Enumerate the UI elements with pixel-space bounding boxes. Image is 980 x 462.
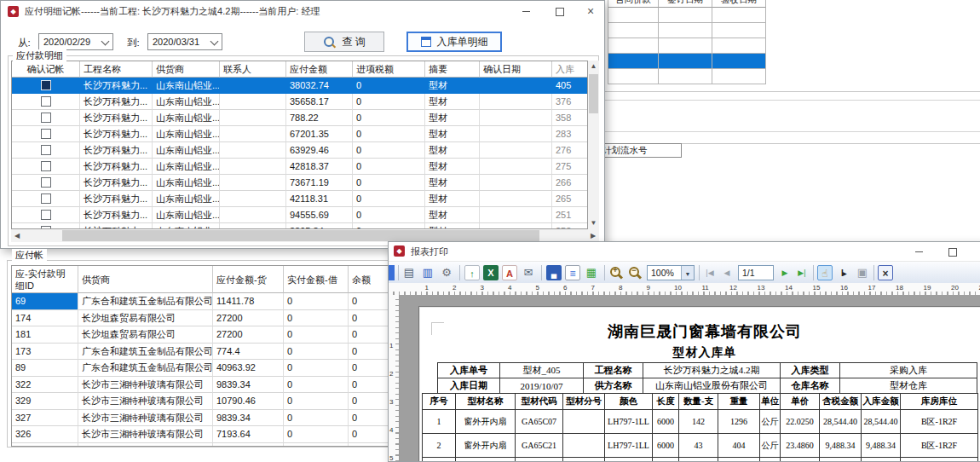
table-row[interactable]: 173广东合和建筑五金制品有限公司774.400 [12,344,389,361]
nav-last-button[interactable]: ▶| [794,265,810,280]
table-row[interactable]: 长沙万科魅力...山东南山铝业...788.220型材358 [12,110,587,126]
column-header[interactable]: 入库 [552,61,587,78]
book-icon[interactable] [420,265,435,280]
zoom-select[interactable]: 100% [647,265,695,280]
table-row[interactable]: 长沙万科魅力...山东南山铝业...63929.460型材276 [12,142,587,159]
column-header[interactable]: 工程名称 [80,61,153,78]
horizontal-scrollbar[interactable]: ◀ ▶ [11,229,599,242]
cell: 型材 [425,78,480,94]
column-header[interactable]: 供货商 [153,61,220,78]
confirm-checkbox[interactable] [41,210,51,220]
table-row[interactable]: 长沙万科魅力...山东南山铝业...73671.190型材266 [12,175,587,191]
text-select-button[interactable] [836,265,851,280]
table-row[interactable]: 长沙万科魅力...山东南山铝业...38032.740型材405 [12,78,587,94]
cell [12,207,80,223]
cell [480,175,552,191]
mail-icon[interactable] [521,265,536,280]
column-header[interactable]: 供货商 [78,266,213,293]
column-header[interactable]: 余额 [349,266,389,293]
confirm-checkbox[interactable] [41,177,51,188]
close-button[interactable]: × [577,1,604,21]
column-header[interactable]: 确认日期 [480,61,552,78]
tools-icon[interactable] [439,265,454,280]
column-header[interactable]: 实付金额-借 [284,266,349,293]
from-date-select[interactable]: 2020/02/29 [38,33,113,50]
print-icon[interactable] [401,265,417,280]
scroll-down-icon[interactable]: ▼ [588,217,599,229]
report-icon[interactable] [389,265,395,280]
pdf-icon[interactable] [502,265,517,280]
maximize-button[interactable] [546,1,574,21]
scrollbar-thumb[interactable] [589,74,598,113]
cell [480,78,552,94]
screen: 合同价款签订日期验收日期 计划流水号 应付帐 应-实付款明细ID供货商应付金额-… [0,0,980,462]
cell: 窗外开内扇 [456,410,516,434]
page-indicator-input[interactable]: 1/1 [738,265,774,280]
cell: LH797-1LL [605,434,653,458]
scrollbar-thumb[interactable] [62,230,539,241]
chevron-down-icon [681,266,694,280]
confirm-checkbox[interactable] [41,80,51,90]
table-row[interactable]: 326长沙市三湘特种玻璃有限公司7193.6400 [12,426,389,443]
column-header[interactable]: 确认记帐 [12,61,80,78]
column-header[interactable]: 应-实付款明细ID [12,266,78,293]
ruler-number: 7 [591,284,595,292]
confirm-checkbox[interactable] [41,161,51,171]
ruler-number: 15 [813,284,821,292]
confirm-checkbox[interactable] [41,129,51,139]
scroll-right-icon[interactable]: ▶ [587,229,599,242]
close-preview-button[interactable] [878,265,893,280]
close-button[interactable]: × [973,242,980,261]
save-icon[interactable] [546,265,562,280]
table-row[interactable]: 174长沙坦森贸易有限公司2720000 [12,310,389,327]
scroll-left-icon[interactable]: ◀ [11,229,23,242]
to-date-select[interactable]: 2020/03/31 [147,33,222,50]
table-row[interactable]: 长沙市三湘特种玻璃有限公司00 [12,443,389,448]
confirm-checkbox[interactable] [41,113,51,123]
confirm-checkbox[interactable] [41,96,51,107]
column-header[interactable]: 应付金额 [286,61,353,78]
document-icon[interactable] [565,265,580,280]
cell: 7193.64 [213,426,284,443]
minimize-button[interactable] [512,1,539,21]
nav-prev-button[interactable]: ◀ [719,265,735,280]
table-row[interactable]: 327长沙市三湘特种玻璃有限公司9839.3400 [12,410,389,427]
inbound-detail-button[interactable]: 入库单明细 [406,32,502,52]
scroll-up-icon[interactable]: ▲ [588,61,599,72]
cell: 长沙万科魅力... [80,110,153,126]
table-row[interactable]: 长沙万科魅力...山东南山铝业...67201.350型材283 [12,126,587,142]
query-button[interactable]: 查 询 [304,32,384,52]
cell [480,191,552,207]
export-icon[interactable] [464,265,480,280]
column-header[interactable]: 联系人 [220,61,286,78]
maximize-button[interactable] [939,242,966,261]
table-row[interactable]: 长沙万科魅力...山东南山铝业...94555.690型材251 [12,207,587,223]
nav-next-button[interactable]: ▶ [777,265,793,280]
column-header[interactable]: 应付金额-货 [213,266,284,293]
table-row[interactable]: 181长沙坦森贸易有限公司2720000 [12,326,389,344]
cell: 广东合和建筑五金制品有限公司 [78,344,213,361]
hand-tool-button[interactable] [817,265,833,280]
confirm-checkbox[interactable] [41,145,51,155]
table-row[interactable]: 长沙万科魅力...山东南山铝业...35658.170型材376 [12,94,587,110]
layout-icon[interactable] [584,265,599,280]
column-header[interactable]: 摘要 [425,61,480,78]
cell [679,458,718,462]
column-header[interactable]: 进项税额 [353,61,425,78]
table-row[interactable]: 69广东合和建筑五金制品有限公司11411.7800 [12,293,389,310]
preview-area[interactable]: 12345 湖南巨晟门窗幕墙有限公司 型材入库单 入库单号型材_405工程名称长… [389,295,980,461]
confirm-checkbox[interactable] [41,193,51,204]
table-row[interactable]: 长沙万科魅力...山东南山铝业...42818.370型材275 [12,159,587,175]
nav-first-button[interactable]: |◀ [702,265,718,280]
vertical-scrollbar[interactable]: ▲ ▼ [588,61,599,229]
table-row[interactable]: 长沙万科魅力...山东南山铝业...3895.840型材252 [12,223,587,229]
payables-grid-body: 69广东合和建筑五金制品有限公司11411.7800174长沙坦森贸易有限公司2… [12,293,389,447]
table-row[interactable]: 322长沙市三湘特种玻璃有限公司9839.3400 [12,377,389,394]
minimize-button[interactable] [905,242,932,261]
excel-icon[interactable] [483,265,499,280]
table-row[interactable]: 长沙万科魅力...山东南山铝业...42118.310型材265 [12,191,587,207]
cell: 长沙市三湘特种玻璃有限公司 [78,443,213,448]
copy-button[interactable] [855,265,870,280]
table-row[interactable]: 329长沙市三湘特种玻璃有限公司10790.4600 [12,393,389,410]
table-row[interactable]: 89广东合和建筑五金制品有限公司40963.9200 [12,360,389,377]
